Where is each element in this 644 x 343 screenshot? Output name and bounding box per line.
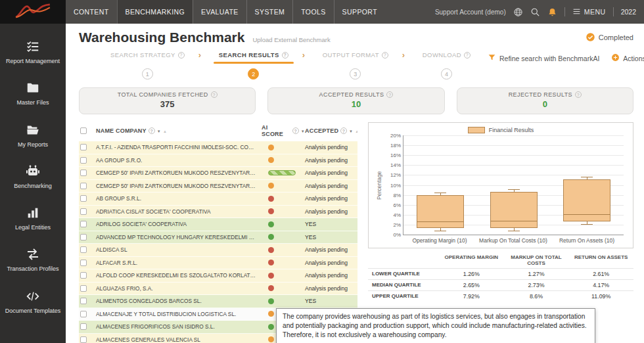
row-checkbox[interactable]: [80, 208, 87, 215]
table-row[interactable]: ALFACAR S.R.L. Analysis pending: [79, 257, 357, 270]
sidebar-item[interactable]: Legal Entities: [0, 198, 66, 239]
brand-logo-icon: [14, 3, 51, 21]
row-checkbox[interactable]: [80, 323, 87, 330]
company-name: ALMACENAJE Y TOTAL DISTRIBUCION LOGISTIC…: [96, 311, 262, 317]
help-icon: [282, 52, 288, 58]
globe-icon[interactable]: [513, 7, 523, 17]
whisker-cap: [434, 193, 446, 193]
row-checkbox[interactable]: [80, 298, 87, 304]
nav-right-group: Support Account (demo) MENU 2022: [435, 0, 644, 24]
column-header-score[interactable]: AI SCORE: [262, 124, 305, 137]
table-row[interactable]: AA GROUP S.R.O. Analysis pending: [79, 154, 357, 168]
table-header: NAME COMPANY AI SCORE ACCEPTED: [79, 122, 357, 141]
table-row[interactable]: ALDISCA SL Analysis pending: [79, 244, 357, 257]
table-row[interactable]: ALIMENTOS CONGELADOS BARCOS SL. YES: [79, 295, 357, 308]
quartile-bar: [563, 179, 610, 221]
wizard-step[interactable]: SEARCH STRATEGY 1: [93, 51, 202, 80]
account-label[interactable]: Support Account (demo): [435, 9, 506, 16]
sort-desc-icon[interactable]: [157, 127, 161, 134]
wizard-step[interactable]: DOWNLOAD 4: [405, 51, 488, 80]
menu-button[interactable]: MENU: [572, 7, 606, 17]
accepted-status: Analysis pending: [305, 246, 357, 253]
sort-desc-icon[interactable]: [349, 127, 353, 134]
upload-external-benchmark-link[interactable]: Upload External Benchmark: [252, 36, 330, 43]
table-row[interactable]: ADVANCED MP TECHNOLOGY HUNGARY KERESKEDE…: [79, 231, 357, 244]
table-row[interactable]: AB GROUP S.R.L. Analysis pending: [79, 193, 357, 206]
sidebar-item[interactable]: My Reports: [0, 115, 66, 156]
row-checkbox[interactable]: [80, 260, 87, 266]
nav-item[interactable]: TOOLS: [292, 0, 333, 24]
sidebar-item[interactable]: Benchmarking: [0, 156, 66, 198]
wizard-step[interactable]: SEARCH RESULTS 2: [202, 51, 306, 80]
sort-asc-icon[interactable]: [163, 127, 167, 134]
table-row[interactable]: ALFOLD COOP KERESKEDELMI ES SZOLGALTATO …: [79, 269, 357, 283]
accepted-status: YES: [305, 298, 357, 304]
wizard-step-label: DOWNLOAD: [423, 51, 461, 58]
actions-button[interactable]: Actions: [611, 53, 644, 63]
hamburger-icon: [572, 7, 581, 17]
row-checkbox[interactable]: [80, 144, 87, 150]
brand-logo[interactable]: [0, 0, 66, 24]
select-all-checkbox[interactable]: [80, 127, 87, 134]
y-tick-label: 20%: [382, 133, 401, 139]
table-row[interactable]: ADRIATICA CISLAT SOCIETA' COOPERATIVA An…: [79, 206, 357, 219]
ai-score-indicator: [268, 170, 296, 175]
sidebar-item[interactable]: Report Management: [0, 32, 66, 73]
nav-item[interactable]: SUPPORT: [334, 0, 385, 24]
table-row[interactable]: ADRILOG SOCIETA' COOPERATIVA YES: [79, 218, 357, 231]
y-tick-label: 0%: [382, 232, 401, 238]
nav-item-label: SYSTEM: [255, 8, 285, 16]
accepted-status: Analysis pending: [305, 260, 357, 266]
quartile-value: 1.26%: [439, 268, 504, 279]
row-checkbox[interactable]: [80, 221, 87, 227]
gridline: [403, 145, 624, 146]
row-checkbox[interactable]: [80, 170, 87, 176]
sidebar-item[interactable]: Transaction Profiles: [0, 239, 66, 281]
row-checkbox[interactable]: [80, 272, 87, 279]
sidebar-item[interactable]: Document Templates: [0, 281, 66, 323]
page-content: Warehousing Benchmark Upload External Be…: [66, 24, 644, 343]
bell-icon[interactable]: [547, 7, 557, 17]
wizard-step-label: SEARCH STRATEGY: [110, 51, 175, 58]
row-checkbox[interactable]: [80, 183, 87, 189]
quartile-value: 4.17%: [568, 279, 633, 290]
quartile-column-header: OPERATING MARGIN: [439, 252, 504, 268]
sidebar-item[interactable]: Master Files: [0, 73, 66, 114]
company-name: ALIMENTOS CONGELADOS BARCOS SL.: [96, 298, 262, 304]
table-row[interactable]: CEMGEP 50' IPARI ZARTKORUEN MUKODO RESZV…: [79, 167, 357, 180]
search-icon[interactable]: [530, 7, 540, 17]
table-row[interactable]: CEMGEP 50' IPARI ZARTKORUEN MUKODO RESZV…: [79, 180, 357, 193]
column-header-name[interactable]: NAME COMPANY: [96, 127, 262, 134]
year-selector[interactable]: 2022: [621, 8, 636, 16]
accepted-status: YES: [305, 221, 357, 227]
table-row[interactable]: A.T.F.I. - AZIENDA TRASPORTI FACCHINI IM…: [79, 141, 357, 154]
quartile-bar: [490, 192, 538, 228]
quartile-value: 7.92%: [439, 290, 504, 302]
column-header-accepted[interactable]: ACCEPTED: [305, 127, 357, 134]
stat-label: ACCEPTED RESULTS: [319, 91, 384, 98]
row-checkbox[interactable]: [80, 246, 87, 253]
nav-item[interactable]: EVALUATE: [193, 0, 246, 24]
row-checkbox[interactable]: [80, 336, 87, 343]
status-label: Completed: [599, 34, 633, 41]
sort-asc-icon[interactable]: [355, 127, 357, 134]
x-axis-category: Markup On Total Costs (10): [476, 237, 550, 244]
nav-item[interactable]: BENCHMARKING: [117, 0, 193, 24]
row-checkbox[interactable]: [80, 195, 87, 202]
y-tick-label: 4%: [382, 212, 401, 218]
refine-benchmarkai-button[interactable]: Refine search with BenchmarkAI: [488, 53, 599, 63]
row-checkbox[interactable]: [80, 234, 87, 240]
main-area: CONTENT BENCHMARKING EVALUATE SYSTEM TOO…: [66, 0, 644, 343]
page-header: Warehousing Benchmark Upload External Be…: [79, 30, 633, 45]
row-checkbox[interactable]: [80, 157, 87, 164]
nav-item[interactable]: CONTENT: [66, 0, 117, 24]
nav-item[interactable]: SYSTEM: [246, 0, 293, 24]
company-name: ALDISCA SL: [96, 246, 262, 253]
nav-item-label: BENCHMARKING: [126, 8, 185, 16]
wizard-step-number: 3: [350, 68, 361, 80]
row-checkbox[interactable]: [80, 285, 87, 292]
company-name: ALFACAR S.R.L.: [96, 260, 262, 266]
table-row[interactable]: ALGUAZAS FRIO, S.A. Analysis pending: [79, 283, 357, 296]
row-checkbox[interactable]: [80, 311, 87, 317]
wizard-step[interactable]: OUTPUT FORMAT 3: [306, 51, 405, 80]
